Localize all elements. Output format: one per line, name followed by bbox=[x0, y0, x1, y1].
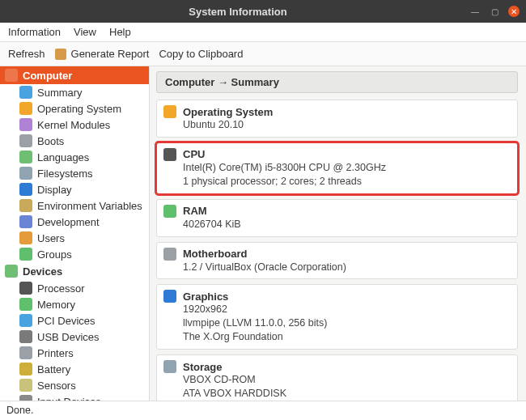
card-body: VBOX CD-ROMATA VBOX HARDDISK bbox=[163, 373, 511, 401]
sidebar-group-computer[interactable]: Computer bbox=[0, 66, 149, 84]
sidebar-item-boots[interactable]: Boots bbox=[0, 133, 149, 149]
sidebar-item-label: Operating System bbox=[37, 103, 121, 115]
card-title: Storage bbox=[183, 361, 222, 373]
card-line: 4026704 KiB bbox=[183, 218, 511, 231]
display-icon bbox=[163, 290, 176, 303]
refresh-button[interactable]: Refresh bbox=[8, 48, 45, 60]
card-line: ATA VBOX HARDDISK bbox=[183, 387, 511, 401]
generate-report-button[interactable]: Generate Report bbox=[55, 48, 150, 60]
card-cpu[interactable]: CPUIntel(R) Core(TM) i5-8300H CPU @ 2.30… bbox=[156, 142, 518, 194]
sidebar-item-input-devices[interactable]: Input Devices bbox=[0, 393, 149, 401]
statusbar: Done. bbox=[0, 401, 526, 418]
sidebar-item-filesystems[interactable]: Filesystems bbox=[0, 165, 149, 181]
card-body: 1.2 / VirtualBox (Oracle Corporation) bbox=[163, 261, 511, 274]
sidebar-item-users[interactable]: Users bbox=[0, 230, 149, 246]
sidebar[interactable]: ComputerSummaryOperating SystemKernel Mo… bbox=[0, 66, 150, 401]
sidebar-item-usb-devices[interactable]: USB Devices bbox=[0, 329, 149, 345]
window-title: System Information bbox=[6, 6, 469, 18]
computer-icon bbox=[5, 265, 18, 278]
sidebar-item-display[interactable]: Display bbox=[0, 181, 149, 197]
content-pane[interactable]: Computer → Summary Operating SystemUbunt… bbox=[150, 66, 526, 401]
card-header: RAM bbox=[163, 205, 511, 218]
card-graphics[interactable]: Graphics1920x962llvmpipe (LLVM 11.0.0, 2… bbox=[156, 284, 518, 350]
cpu-icon bbox=[19, 282, 32, 295]
sidebar-item-processor[interactable]: Processor bbox=[0, 280, 149, 296]
usb-icon bbox=[19, 330, 32, 343]
card-storage[interactable]: StorageVBOX CD-ROMATA VBOX HARDDISK bbox=[156, 354, 518, 401]
sidebar-item-pci-devices[interactable]: PCI Devices bbox=[0, 312, 149, 329]
sidebar-item-environment-variables[interactable]: Environment Variables bbox=[0, 197, 149, 214]
sidebar-item-label: Summary bbox=[37, 87, 83, 99]
gear-icon bbox=[163, 105, 176, 118]
sidebar-item-operating-system[interactable]: Operating System bbox=[0, 100, 149, 117]
sidebar-item-languages[interactable]: Languages bbox=[0, 149, 149, 165]
menu-help[interactable]: Help bbox=[109, 26, 131, 38]
card-motherboard[interactable]: Motherboard1.2 / VirtualBox (Oracle Corp… bbox=[156, 242, 518, 280]
sidebar-item-sensors[interactable]: Sensors bbox=[0, 377, 149, 393]
sensor-icon bbox=[19, 379, 32, 392]
card-title: Operating System bbox=[183, 106, 273, 118]
disk-icon bbox=[163, 360, 176, 373]
sidebar-item-groups[interactable]: Groups bbox=[0, 246, 149, 262]
sidebar-item-label: Filesystems bbox=[37, 168, 93, 180]
toolbar: Refresh Generate Report Copy to Clipboar… bbox=[0, 42, 526, 66]
display-icon bbox=[19, 183, 32, 196]
card-header: Storage bbox=[163, 360, 511, 373]
menu-view[interactable]: View bbox=[74, 26, 96, 38]
card-header: Operating System bbox=[163, 105, 511, 118]
ram-icon bbox=[19, 298, 32, 311]
sidebar-item-label: Kernel Modules bbox=[37, 119, 110, 131]
ram-icon bbox=[163, 205, 176, 218]
card-ram[interactable]: RAM4026704 KiB bbox=[156, 199, 518, 237]
maximize-button[interactable]: ▢ bbox=[489, 6, 500, 17]
sidebar-item-label: Memory bbox=[37, 299, 75, 311]
cpu-icon bbox=[163, 148, 176, 161]
battery-icon bbox=[19, 363, 32, 375]
pci-icon bbox=[19, 314, 32, 327]
sidebar-group-devices[interactable]: Devices bbox=[0, 262, 149, 280]
sidebar-item-label: Development bbox=[37, 216, 100, 228]
input-icon bbox=[19, 395, 32, 401]
sidebar-item-printers[interactable]: Printers bbox=[0, 345, 149, 361]
sidebar-item-kernel-modules[interactable]: Kernel Modules bbox=[0, 117, 149, 133]
menu-information[interactable]: Information bbox=[8, 26, 61, 38]
computer-icon bbox=[5, 69, 18, 82]
env-icon bbox=[19, 199, 32, 212]
sidebar-item-label: USB Devices bbox=[37, 331, 100, 343]
boot-icon bbox=[19, 134, 32, 147]
card-title: Graphics bbox=[183, 291, 228, 303]
gear-icon bbox=[19, 102, 32, 115]
card-title: CPU bbox=[183, 148, 205, 160]
card-operating-system[interactable]: Operating SystemUbuntu 20.10 bbox=[156, 100, 518, 138]
sidebar-item-label: Environment Variables bbox=[37, 200, 142, 212]
menubar: Information View Help bbox=[0, 23, 526, 42]
card-header: Graphics bbox=[163, 290, 511, 303]
sidebar-item-label: Printers bbox=[37, 347, 74, 359]
users-icon bbox=[19, 231, 32, 244]
minimize-button[interactable]: — bbox=[469, 6, 481, 17]
card-header: CPU bbox=[163, 148, 511, 161]
copy-clipboard-button[interactable]: Copy to Clipboard bbox=[159, 48, 243, 60]
card-line: 1920x962 bbox=[183, 303, 511, 316]
card-line: Ubuntu 20.10 bbox=[183, 118, 511, 132]
sidebar-item-summary[interactable]: Summary bbox=[0, 84, 149, 100]
sidebar-item-development[interactable]: Development bbox=[0, 214, 149, 230]
sidebar-item-label: Display bbox=[37, 184, 72, 196]
info-icon bbox=[19, 86, 32, 99]
sidebar-item-battery[interactable]: Battery bbox=[0, 361, 149, 377]
close-button[interactable]: ✕ bbox=[508, 6, 520, 17]
sidebar-item-memory[interactable]: Memory bbox=[0, 296, 149, 312]
sidebar-item-label: Boots bbox=[37, 135, 64, 147]
sidebar-item-label: Battery bbox=[37, 363, 70, 375]
globe-icon bbox=[19, 151, 32, 163]
card-header: Motherboard bbox=[163, 248, 511, 261]
disk-icon bbox=[19, 167, 32, 180]
card-line: The X.Org Foundation bbox=[183, 330, 511, 344]
module-icon bbox=[19, 118, 32, 131]
printer-icon bbox=[19, 346, 32, 359]
sidebar-item-label: Languages bbox=[37, 151, 89, 163]
card-line: 1.2 / VirtualBox (Oracle Corporation) bbox=[183, 261, 511, 274]
card-body: 4026704 KiB bbox=[163, 218, 511, 231]
report-icon bbox=[55, 49, 66, 60]
card-line: llvmpipe (LLVM 11.0.0, 256 bits) bbox=[183, 316, 511, 330]
